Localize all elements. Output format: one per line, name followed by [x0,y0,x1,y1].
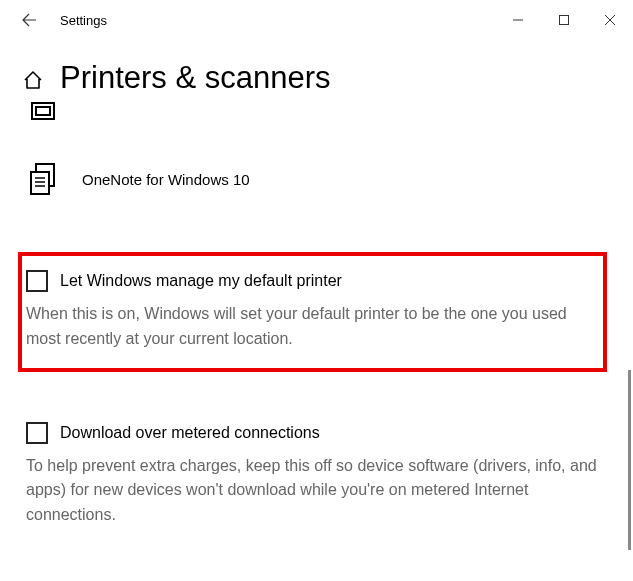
back-button[interactable] [10,1,48,39]
home-icon[interactable] [22,69,44,91]
checkbox[interactable] [26,422,48,444]
default-printer-checkbox-row[interactable]: Let Windows manage my default printer [26,270,591,292]
content-area: OneNote for Windows 10 Let Windows manag… [0,100,633,540]
back-arrow-icon [21,12,37,28]
default-printer-setting: Let Windows manage my default printer Wh… [18,252,607,372]
checkbox-label: Download over metered connections [60,424,320,442]
window-title: Settings [60,13,495,28]
svg-rect-4 [31,172,49,194]
minimize-icon [512,14,524,26]
titlebar: Settings [0,0,633,40]
printer-icon [28,100,58,130]
device-row-partial[interactable] [22,94,613,138]
metered-checkbox-row[interactable]: Download over metered connections [26,422,601,444]
scrollbar-thumb[interactable] [628,370,631,550]
device-row-onenote[interactable]: OneNote for Windows 10 [22,156,613,204]
close-button[interactable] [587,0,633,40]
maximize-icon [558,14,570,26]
device-label: OneNote for Windows 10 [82,171,250,188]
checkbox-label: Let Windows manage my default printer [60,272,342,290]
svg-rect-0 [560,16,569,25]
page-title: Printers & scanners [60,60,331,96]
svg-rect-2 [36,107,50,115]
page-header: Printers & scanners [0,40,633,100]
minimize-button[interactable] [495,0,541,40]
close-icon [604,14,616,26]
maximize-button[interactable] [541,0,587,40]
metered-setting: Download over metered connections To hel… [22,408,613,540]
send-to-onenote-icon [28,162,58,196]
window-controls [495,0,633,40]
metered-description: To help prevent extra charges, keep this… [26,454,601,528]
default-printer-description: When this is on, Windows will set your d… [26,302,591,352]
checkbox[interactable] [26,270,48,292]
